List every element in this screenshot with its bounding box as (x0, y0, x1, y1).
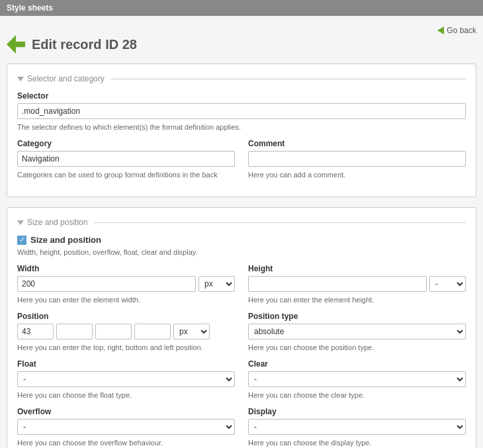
position-label: Position (17, 312, 235, 321)
size-position-checkbox-label: Size and position (30, 235, 101, 245)
width-label: Width (17, 264, 235, 273)
width-unit-select[interactable]: px % em pt - (198, 276, 235, 292)
selector-label: Selector (17, 91, 466, 101)
height-unit-select[interactable]: - px % em pt (429, 276, 466, 292)
width-input[interactable] (17, 276, 196, 292)
position-bottom-input[interactable] (95, 324, 132, 339)
go-back-button[interactable]: Go back (437, 26, 476, 35)
selector-category-section: Selector and category Selector The selec… (7, 64, 476, 197)
size-position-checkbox[interactable]: ✓ (17, 236, 26, 245)
height-label: Height (248, 264, 466, 273)
float-select[interactable]: - left right none (17, 371, 235, 387)
overflow-select[interactable]: - visible hidden scroll auto (17, 419, 235, 435)
selector-hint: The selector defines to which element(s)… (17, 123, 466, 131)
position-unit-select[interactable]: px % em pt (173, 324, 210, 339)
size-position-legend: Size and position (17, 218, 466, 227)
float-label: Float (17, 359, 235, 369)
selector-category-legend: Selector and category (17, 74, 466, 83)
comment-input[interactable] (248, 151, 466, 167)
float-hint: Here you can choose the float type. (17, 391, 235, 399)
clear-label: Clear (248, 359, 466, 369)
overflow-hint: Here you can choose the overflow behavio… (17, 439, 235, 447)
go-back-arrow-icon (437, 26, 444, 34)
triangle-icon (17, 77, 24, 81)
position-type-select[interactable]: absolute relative fixed static - (248, 324, 466, 339)
position-left-input[interactable] (134, 324, 171, 339)
position-right-input[interactable] (56, 324, 93, 339)
clear-hint: Here you can choose the clear type. (248, 391, 466, 399)
width-hint: Here you can enter the element width. (17, 296, 235, 304)
position-hint: Here you can enter the top, right, botto… (17, 343, 235, 351)
overflow-label: Overflow (17, 407, 235, 416)
go-back-label: Go back (447, 26, 476, 35)
size-position-hint: Width, height, position, overflow, float… (17, 248, 466, 256)
display-select[interactable]: - block inline inline-block none (248, 419, 466, 435)
page-title: Edit record ID 28 (32, 37, 137, 52)
title-bar-label: Style sheets (7, 3, 53, 13)
triangle-icon-2 (17, 220, 24, 225)
display-hint: Here you can choose the display type. (248, 439, 466, 447)
position-type-label: Position type (248, 312, 466, 321)
selector-input[interactable] (17, 103, 466, 119)
page-header-icon (7, 35, 25, 54)
height-input[interactable] (248, 276, 427, 292)
size-position-section: Size and position ✓ Size and position Wi… (7, 207, 476, 448)
position-top-input[interactable] (17, 324, 54, 339)
comment-label: Comment (248, 139, 466, 148)
clear-select[interactable]: - left right both none (248, 371, 466, 387)
category-input[interactable] (17, 151, 235, 167)
comment-hint: Here you can add a comment. (248, 171, 466, 179)
title-bar: Style sheets (0, 0, 483, 16)
category-label: Category (17, 139, 235, 148)
display-label: Display (248, 407, 466, 416)
category-hint: Categories can be used to group format d… (17, 171, 235, 179)
position-type-hint: Here you can choose the position type. (248, 343, 466, 351)
height-hint: Here you can enter the element height. (248, 296, 466, 304)
